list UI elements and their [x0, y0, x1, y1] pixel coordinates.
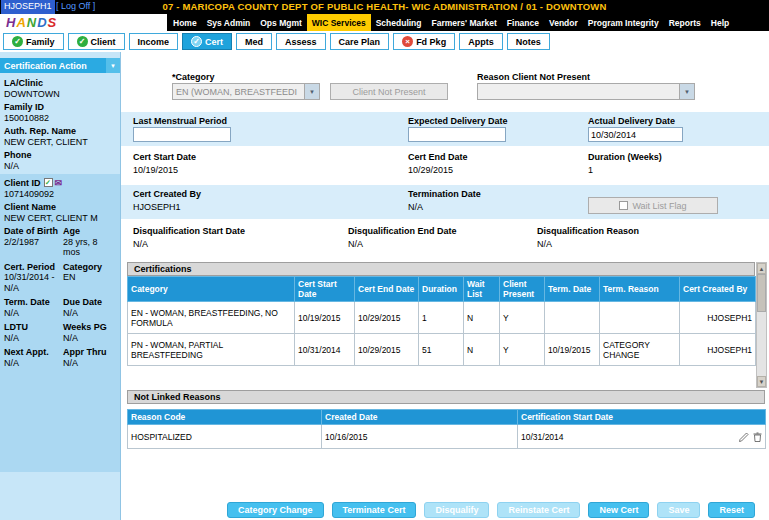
checkbox-checked-icon: ✓ [44, 178, 53, 187]
client-info-sidebar: Certification Action ▼ LA/Clinic DOWNTOW… [0, 52, 121, 520]
field-family-id: Family ID 150010882 [0, 102, 120, 123]
col-certification-start-date: Certification Start Date [518, 410, 766, 425]
not-linked-reasons-header: Not Linked Reasons [127, 390, 765, 404]
client-summary-panel: Client ID✓✉ 1071409092 Client Name NEW C… [0, 174, 120, 472]
menu-ops-mgmt[interactable]: Ops Mgmt [255, 14, 307, 31]
menu-sys-admin[interactable]: Sys Admin [202, 14, 256, 31]
app-title: 07 - MARICOPA COUNTY DEPT OF PUBLIC HEAL… [0, 1, 769, 12]
scroll-down-icon[interactable]: ▼ [757, 376, 766, 387]
edit-pencil-icon[interactable] [739, 432, 749, 442]
disq-start-label: Disqualification Start Date [133, 226, 245, 236]
not-linked-header-row: Reason Code Created Date Certification S… [128, 410, 766, 425]
col-duration: Duration [419, 277, 464, 302]
tab-med[interactable]: Med [236, 33, 272, 50]
reinstate-cert-button: Reinstate Cert [497, 502, 580, 518]
menu-vendor[interactable]: Vendor [544, 14, 583, 31]
module-tabs: ✓ Family ✓ Client Income ✓ Cert Med Asse… [0, 31, 769, 52]
col-reason-code: Reason Code [128, 410, 322, 425]
certification-row[interactable]: EN - WOMAN, BREASTFEEDING, NO FORMULA 10… [128, 302, 756, 334]
certifications-header-row: Category Cert Start Date Cert End Date D… [128, 277, 756, 302]
terminate-cert-button[interactable]: Terminate Cert [332, 502, 417, 518]
logo-letter: D [37, 16, 46, 29]
reason-not-present-select: ▼ [477, 83, 695, 100]
new-cert-button[interactable]: New Cert [588, 502, 649, 518]
logo-letter: N [27, 16, 36, 29]
user-id: HJOSEPH1 [1, 0, 55, 14]
tab-care-plan[interactable]: Care Plan [330, 33, 390, 50]
tab-appts[interactable]: Appts [459, 33, 503, 50]
delete-trash-icon[interactable] [753, 432, 762, 442]
tab-label: Notes [516, 37, 541, 47]
active-check-icon: ✓ [191, 36, 202, 47]
client-not-present-button: Client Not Present [330, 83, 448, 100]
disq-reason-label: Disqualification Reason [537, 226, 639, 236]
tab-fd-pkg[interactable]: × Fd Pkg [393, 33, 455, 50]
col-wait-list: Wait List [464, 277, 500, 302]
action-button-bar: Category Change Terminate Cert Disqualif… [227, 502, 755, 518]
certification-action-dropdown[interactable]: Certification Action ▼ [0, 58, 120, 73]
tab-family[interactable]: ✓ Family [3, 33, 64, 50]
menu-scheduling[interactable]: Scheduling [371, 14, 427, 31]
disq-end-value: N/A [348, 239, 363, 249]
tab-cert[interactable]: ✓ Cert [182, 33, 232, 50]
col-client-present: Client Present [500, 277, 545, 302]
field-pair-dob-age: Date of Birth 2/2/1987 Age 28 yrs, 8 mos [0, 226, 120, 258]
tab-client[interactable]: ✓ Client [68, 33, 125, 50]
category-select: EN (WOMAN, BREASTFEEDI ▼ [172, 83, 320, 100]
menu-program-integrity[interactable]: Program Integrity [583, 14, 664, 31]
reason-not-present-label: Reason Client Not Present [477, 72, 590, 82]
edd-input[interactable] [408, 127, 506, 142]
logo-letter: A [16, 16, 25, 29]
chevron-down-icon: ▼ [679, 84, 694, 99]
log-off-link[interactable]: [ Log Off ] [56, 1, 95, 11]
checkbox-icon [619, 201, 628, 210]
tab-label: Assess [285, 37, 317, 47]
col-term-reason: Term. Reason [600, 277, 680, 302]
cert-form-content: *Category EN (WOMAN, BREASTFEEDI ▼ Clien… [121, 52, 769, 520]
not-linked-row[interactable]: HOSPITALIZED 10/16/2015 10/31/2014 [128, 425, 766, 449]
cert-start-value: 10/19/2015 [133, 165, 178, 175]
certification-action-label: Certification Action [4, 61, 87, 71]
menu-wic-services[interactable]: WIC Services [307, 14, 371, 31]
lmp-input[interactable] [133, 127, 231, 142]
category-change-button[interactable]: Category Change [227, 502, 324, 518]
col-created-date: Created Date [322, 410, 518, 425]
field-client-name: Client Name NEW CERT, CLIENT M [0, 202, 120, 223]
menu-reports[interactable]: Reports [664, 14, 706, 31]
field-pair-ldtu-weekspg: LDTU N/A Weeks PG N/A [0, 322, 120, 343]
cert-end-value: 10/29/2015 [408, 165, 453, 175]
duration-value: 1 [588, 165, 593, 175]
disqualify-button: Disqualify [424, 502, 489, 518]
col-cert-start: Cert Start Date [295, 277, 355, 302]
tab-notes[interactable]: Notes [507, 33, 550, 50]
lmp-label: Last Menstrual Period [133, 116, 227, 126]
chevron-down-icon: ▼ [106, 58, 120, 73]
disq-end-label: Disqualification End Date [348, 226, 457, 236]
tab-income[interactable]: Income [129, 33, 179, 50]
menu-finance[interactable]: Finance [502, 14, 544, 31]
certification-row[interactable]: PN - WOMAN, PARTIAL BREASTFEEDING 10/31/… [128, 334, 756, 366]
actual-delivery-date-label: Actual Delivery Date [588, 116, 675, 126]
termination-date-value: N/A [408, 202, 423, 212]
disq-start-value: N/A [133, 239, 148, 249]
cert-created-by-label: Cert Created By [133, 189, 201, 199]
tab-assess[interactable]: Assess [276, 33, 326, 50]
scroll-up-icon[interactable]: ▲ [757, 263, 766, 274]
hands-logo: H A N D S [0, 14, 167, 31]
col-cert-end: Cert End Date [355, 277, 419, 302]
menu-bar: H A N D S Home Sys Admin Ops Mgmt WIC Se… [0, 14, 769, 31]
menu-home[interactable]: Home [168, 14, 202, 31]
actual-delivery-date-input[interactable] [588, 127, 683, 142]
field-pair-termdate-duedate: Term. Date N/A Due Date N/A [0, 297, 120, 318]
chevron-down-icon: ▼ [304, 84, 319, 99]
certifications-panel: Certifications Category Cert Start Date … [127, 262, 755, 366]
menu-help[interactable]: Help [706, 14, 734, 31]
menu-farmers-market[interactable]: Farmers' Market [427, 14, 502, 31]
reset-button[interactable]: Reset [708, 502, 755, 518]
field-phone: Phone N/A [0, 150, 120, 171]
tab-label: Appts [468, 37, 494, 47]
not-linked-reasons-table: Reason Code Created Date Certification S… [127, 409, 766, 449]
scroll-thumb[interactable] [757, 274, 766, 312]
certifications-table: Category Cert Start Date Cert End Date D… [127, 276, 756, 366]
certifications-scrollbar[interactable]: ▲ ▼ [756, 262, 767, 388]
